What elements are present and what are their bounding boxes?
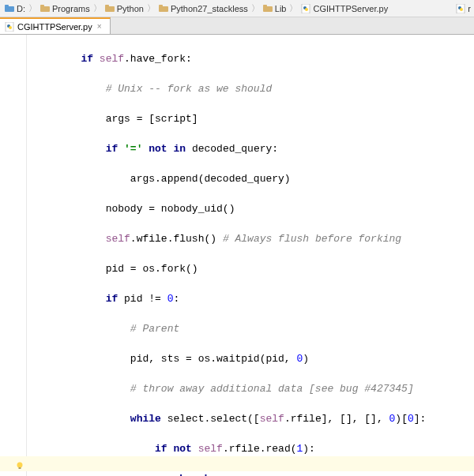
breadcrumb-drive[interactable]: D: xyxy=(3,4,27,13)
code-text: nobody = nobody_uid() xyxy=(106,203,235,215)
code-text: .have_fork: xyxy=(124,53,192,65)
code-text: pid = os.fork() xyxy=(106,263,198,275)
breadcrumb-item-python27[interactable]: Python27_stackless xyxy=(157,4,250,13)
keyword-while: while xyxy=(130,413,161,425)
folder-icon xyxy=(40,5,50,13)
breadcrumb-item-programs[interactable]: Programs xyxy=(39,4,92,13)
code-text: decoded_query: xyxy=(186,143,278,155)
svg-point-15 xyxy=(460,8,463,11)
comment: # Parent xyxy=(130,323,179,335)
breadcrumb-item-file[interactable]: CGIHTTPServer.py xyxy=(299,4,389,13)
code-text: pid != xyxy=(118,293,167,305)
code-text: )[ xyxy=(395,413,408,425)
code-text: .wfile.flush() xyxy=(130,233,223,245)
chevron-right-icon: 〉 xyxy=(27,2,39,14)
python-file-icon xyxy=(301,4,310,13)
drive-icon xyxy=(5,5,14,13)
breadcrumb-label: Programs xyxy=(52,4,90,13)
svg-rect-9 xyxy=(263,5,267,7)
comment: # throw away additional data [see bug #4… xyxy=(130,383,414,395)
svg-rect-5 xyxy=(105,5,109,7)
code-area[interactable]: if self.have_fork: # Unix -- fork as we … xyxy=(27,35,474,476)
keyword-if-not: if not xyxy=(155,443,192,455)
code-text: : xyxy=(173,293,179,305)
python-file-icon xyxy=(5,22,14,32)
code-text: args.append(decoded_query) xyxy=(130,173,291,185)
svg-rect-4 xyxy=(105,6,115,12)
lightbulb-icon[interactable] xyxy=(16,459,24,467)
code-text: pid, sts = os.waitpid(pid, xyxy=(130,353,297,365)
number-literal: 0 xyxy=(408,413,414,425)
svg-rect-20 xyxy=(19,467,21,469)
svg-rect-7 xyxy=(159,5,163,7)
keyword-if: if xyxy=(106,143,118,155)
keyword-if: if xyxy=(81,53,93,65)
python-file-icon xyxy=(456,4,465,13)
close-icon[interactable]: × xyxy=(96,22,103,31)
code-text: args = [script] xyxy=(106,113,198,125)
keyword-break: break xyxy=(179,473,210,476)
folder-icon xyxy=(105,5,115,13)
code-text: ): xyxy=(303,443,315,455)
self-ref: self xyxy=(198,443,223,455)
editor-gutter xyxy=(0,35,27,476)
code-text: ]: xyxy=(414,413,427,425)
svg-rect-1 xyxy=(5,5,9,7)
breadcrumb-item-lib[interactable]: Lib xyxy=(261,4,288,13)
breadcrumb-item-python[interactable]: Python xyxy=(103,4,145,13)
breadcrumb-bar: D: 〉 Programs 〉 Python 〉 Python27_stackl… xyxy=(0,0,474,17)
svg-rect-3 xyxy=(40,5,44,7)
keyword-if: if xyxy=(106,293,118,305)
code-text: .rfile], [], [], xyxy=(284,413,389,425)
code-text: ) xyxy=(303,353,309,365)
tab-cgihttpserver[interactable]: CGIHTTPServer.py × xyxy=(0,17,111,34)
self-ref: self xyxy=(260,413,284,425)
svg-point-18 xyxy=(9,26,12,29)
string-literal: '=' xyxy=(124,143,142,155)
svg-rect-8 xyxy=(263,6,273,12)
current-line-highlight xyxy=(0,456,474,471)
breadcrumb-label: Python27_stackless xyxy=(171,4,248,13)
svg-rect-2 xyxy=(40,6,50,12)
svg-point-12 xyxy=(305,8,308,11)
breadcrumb-drive-label: D: xyxy=(17,4,25,13)
chevron-right-icon: 〉 xyxy=(145,2,157,14)
chevron-right-icon: 〉 xyxy=(288,2,299,14)
breadcrumb-right-label: r xyxy=(468,4,471,13)
svg-rect-0 xyxy=(5,6,14,12)
svg-point-19 xyxy=(17,463,23,468)
keyword-not-in: not in xyxy=(149,143,186,155)
tab-label: CGIHTTPServer.py xyxy=(17,22,92,32)
code-editor[interactable]: if self.have_fork: # Unix -- fork as we … xyxy=(0,35,474,476)
breadcrumb-label: CGIHTTPServer.py xyxy=(313,4,388,13)
comment: # Unix -- fork as we should xyxy=(106,83,273,95)
breadcrumb-label: Python xyxy=(117,4,144,13)
self-ref: self xyxy=(100,53,124,65)
folder-icon xyxy=(159,5,168,13)
breadcrumb-right[interactable]: r xyxy=(456,4,471,13)
chevron-right-icon: 〉 xyxy=(250,2,261,14)
chevron-right-icon: 〉 xyxy=(92,2,103,14)
self-ref: self xyxy=(106,233,130,245)
breadcrumb-label: Lib xyxy=(275,4,287,13)
svg-rect-6 xyxy=(159,6,168,12)
code-text: .rfile.read( xyxy=(223,443,297,455)
code-text: select.select([ xyxy=(161,413,260,425)
folder-icon xyxy=(263,5,273,13)
tab-bar: CGIHTTPServer.py × xyxy=(0,17,474,35)
comment: # Always flush before forking xyxy=(223,233,401,245)
